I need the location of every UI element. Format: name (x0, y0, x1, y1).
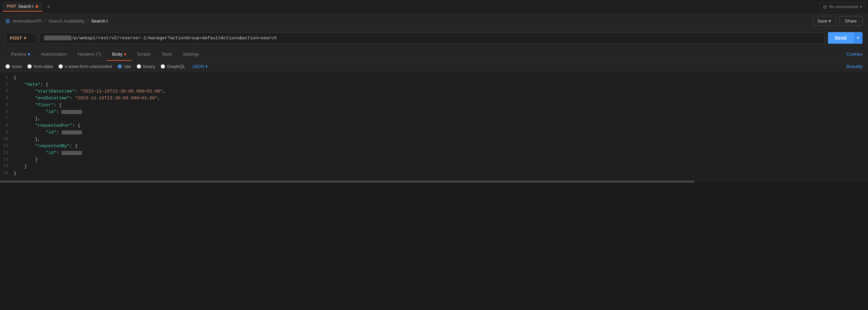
send-dropdown-arrow[interactable]: ▾ (853, 32, 863, 43)
params-dot (28, 53, 30, 55)
tab-headers[interactable]: Headers (7) (72, 47, 107, 61)
tab-bar: POST Search I + ⊘ No environment ▾ (0, 0, 868, 14)
url-redacted-host (44, 36, 71, 40)
tab-tests-label: Tests (162, 52, 172, 57)
breadcrumb: ⊞ reservationAPI / Search Availability /… (5, 18, 108, 24)
env-icon: ⊘ (823, 4, 827, 10)
scrollbar-thumb[interactable] (0, 181, 694, 183)
json-label: JSON (192, 64, 204, 69)
tab-tests[interactable]: Tests (156, 47, 177, 61)
code-line-2: 2 "data": { (0, 82, 868, 88)
option-binary[interactable]: binary (137, 64, 155, 69)
breadcrumb-actions: Save ▾ Share (812, 16, 863, 26)
breadcrumb-api[interactable]: reservationAPI (13, 18, 42, 24)
option-form-data[interactable]: form-data (27, 64, 53, 69)
request-tabs: Params Authorization Headers (7) Body Sc… (0, 47, 868, 61)
save-label: Save (817, 18, 828, 24)
save-button[interactable]: Save ▾ (812, 16, 837, 26)
breadcrumb-current: Search I (91, 18, 108, 24)
code-line-8: 8 "requestedFor": { (0, 123, 868, 129)
tab-headers-label: Headers (7) (78, 52, 101, 57)
code-line-10: 10 }, (0, 136, 868, 143)
option-raw[interactable]: raw (118, 64, 131, 69)
radio-urlencoded[interactable] (58, 64, 63, 69)
new-tab-button[interactable]: + (44, 2, 53, 12)
tab-settings[interactable]: Settings (177, 47, 204, 61)
radio-graphql[interactable] (161, 64, 165, 69)
breadcrumb-sep2: / (87, 18, 89, 24)
method-selector[interactable]: POST ▾ (5, 32, 36, 44)
method-chevron: ▾ (24, 36, 26, 41)
code-line-6: 6 "id": (0, 109, 868, 116)
option-urlencoded[interactable]: x-www-form-urlencoded (58, 64, 112, 69)
api-icon: ⊞ (5, 18, 10, 24)
json-type-selector[interactable]: JSON ▾ (192, 64, 208, 69)
code-line-5: 5 "floor": { (0, 102, 868, 109)
code-line-7: 7 }, (0, 116, 868, 123)
code-editor[interactable]: 1 { 2 "data": { 3 "startDatetime": "2023… (0, 72, 868, 180)
tab-unsaved-dot (36, 5, 38, 8)
body-options-bar: none form-data x-www-form-urlencoded raw… (0, 61, 868, 72)
code-line-1: 1 { (0, 75, 868, 82)
code-line-12: 12 "id": (0, 150, 868, 157)
cookies-link[interactable]: Cookies (846, 52, 863, 57)
beautify-button[interactable]: Beautify (846, 64, 863, 69)
share-button[interactable]: Share (839, 16, 863, 26)
radio-none[interactable] (5, 64, 10, 69)
option-graphql[interactable]: GraphQL (161, 64, 185, 69)
send-main-label[interactable]: Send (828, 32, 853, 44)
tab-title: Search I (18, 4, 33, 9)
tab-params-label: Params (11, 52, 26, 57)
radio-binary[interactable] (137, 64, 141, 69)
tab-post-search[interactable]: POST Search I (3, 2, 42, 12)
json-chevron: ▾ (205, 64, 208, 69)
code-line-15: 15 } (0, 170, 868, 177)
code-line-9: 9 "id": (0, 129, 868, 136)
tab-params[interactable]: Params (5, 47, 36, 61)
tab-scripts[interactable]: Scripts (132, 47, 156, 61)
tab-authorization[interactable]: Authorization (36, 47, 72, 61)
tab-authorization-label: Authorization (41, 52, 67, 57)
top-right-controls: ⊘ No environment ▾ (820, 2, 865, 11)
url-input-display[interactable]: /p/webapi/rest/v2/reserve/-1/manager?act… (40, 32, 825, 44)
method-label: POST (10, 36, 22, 41)
tab-body[interactable]: Body (107, 47, 132, 61)
save-arrow: ▾ (829, 18, 831, 24)
share-label: Share (845, 18, 857, 24)
breadcrumb-section[interactable]: Search Availability (49, 18, 84, 24)
tab-settings-label: Settings (183, 52, 199, 57)
url-path: /p/webapi/rest/v2/reserve/-1/manager?act… (71, 36, 277, 41)
url-bar: POST ▾ /p/webapi/rest/v2/reserve/-1/mana… (0, 29, 868, 47)
breadcrumb-sep1: / (44, 18, 46, 24)
code-line-14: 14 } (0, 164, 868, 170)
option-none[interactable]: none (5, 64, 22, 69)
env-chevron: ▾ (860, 4, 862, 9)
breadcrumb-bar: ⊞ reservationAPI / Search Availability /… (0, 14, 868, 29)
send-button[interactable]: Send ▾ (828, 32, 863, 44)
code-line-4: 4 "endDatetime": "2023-11-16T13:30:00.00… (0, 95, 868, 102)
code-line-3: 3 "startDatetime": "2023-11-16T12:30:00.… (0, 88, 868, 95)
env-label: No environment (829, 4, 858, 9)
tab-method-label: POST (7, 4, 16, 8)
horizontal-scrollbar[interactable] (0, 180, 868, 183)
code-line-13: 13 } (0, 157, 868, 164)
radio-form-data[interactable] (27, 64, 32, 69)
tab-body-label: Body (112, 52, 122, 57)
body-dot (124, 53, 126, 55)
radio-raw[interactable] (118, 64, 122, 69)
code-line-11: 11 "requestedBy": { (0, 143, 868, 150)
environment-selector[interactable]: ⊘ No environment ▾ (820, 2, 865, 11)
tab-scripts-label: Scripts (137, 52, 151, 57)
